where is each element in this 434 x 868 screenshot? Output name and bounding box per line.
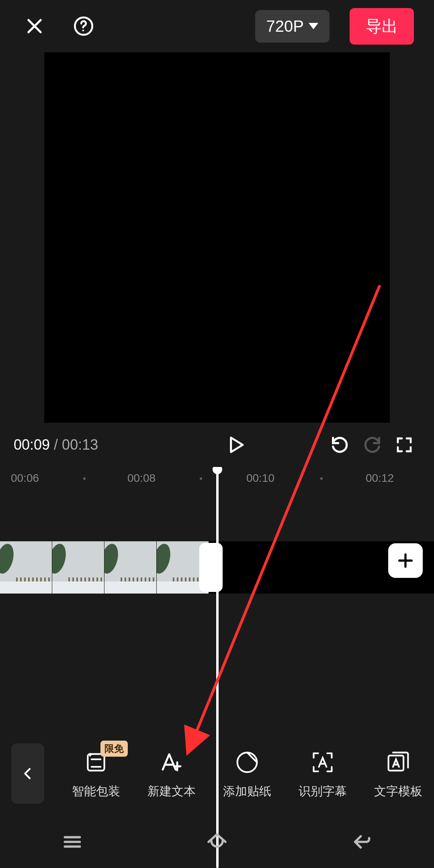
clip-thumbnail [52,541,104,594]
fullscreen-icon [395,435,414,454]
bottom-toolbar: 限免 智能包装 新建文本 添加贴纸 [0,731,434,816]
help-icon [73,16,94,37]
tool-list: 限免 智能包装 新建文本 添加贴纸 [60,748,434,800]
tool-label: 识别字幕 [299,783,347,800]
free-badge: 限免 [100,741,128,757]
ruler-tick: 00:08 [127,472,156,485]
undo-icon [330,434,350,455]
play-icon [225,434,246,456]
text-template-icon [384,748,413,777]
ruler-dot-icon [200,477,202,480]
help-button[interactable] [69,12,98,41]
plus-icon [396,551,415,570]
tool-auto-caption[interactable]: 识别字幕 [287,748,358,800]
fullscreen-button[interactable] [388,429,420,461]
tool-smart-pack[interactable]: 限免 智能包装 [60,748,132,800]
current-time: 00:09 [14,436,50,453]
ruler-tick: 00:12 [366,472,394,485]
clip-thumbnails[interactable] [0,541,209,594]
clip-trim-handle[interactable] [199,543,223,592]
tool-add-sticker[interactable]: 添加贴纸 [211,748,283,800]
redo-button[interactable] [356,429,388,461]
tool-text-template[interactable]: 文字模板 [362,748,434,800]
ruler-dot-icon [320,477,323,480]
ruler-tick: 00:06 [11,472,39,485]
close-icon [24,16,45,37]
caption-icon [308,748,337,777]
nav-home-button[interactable] [193,830,241,854]
resolution-selector[interactable]: 720P [255,10,330,43]
total-time: 00:13 [62,436,98,453]
play-bar: 00:09 / 00:13 [0,423,434,467]
caret-down-icon [309,23,318,29]
nav-back-button[interactable] [338,830,386,854]
home-icon [206,831,228,853]
tool-label: 文字模板 [374,783,422,800]
redo-icon [362,434,383,455]
system-nav-bar [0,816,434,868]
new-text-icon [157,748,186,777]
export-button[interactable]: 导出 [350,8,414,45]
video-editor-screen: 720P 导出 00:09 / 00:13 00:06 [0,0,434,868]
export-label: 导出 [366,17,398,35]
tool-label: 智能包装 [72,783,120,800]
nav-recent-button[interactable] [48,830,96,854]
close-button[interactable] [20,12,49,41]
ruler-dot-icon [83,477,86,480]
ruler-tick: 00:10 [246,472,274,485]
clip-thumbnail [0,541,52,594]
svg-point-1 [82,30,84,31]
tool-label: 添加贴纸 [223,783,271,800]
resolution-label: 720P [266,17,304,35]
chevron-left-icon [20,766,36,782]
back-icon [350,831,373,853]
time-display: 00:09 / 00:13 [14,436,98,453]
header: 720P 导出 [0,0,434,52]
video-preview[interactable] [44,52,390,423]
undo-button[interactable] [324,429,356,461]
clip-thumbnail [104,541,157,594]
play-button[interactable] [219,429,252,461]
menu-icon [61,831,84,853]
tool-label: 新建文本 [147,783,196,800]
back-button[interactable] [11,743,44,804]
time-separator: / [50,436,62,453]
preview-container [0,52,434,423]
sticker-icon [233,748,262,777]
tool-new-text[interactable]: 新建文本 [136,748,207,800]
add-clip-button[interactable] [388,543,423,578]
